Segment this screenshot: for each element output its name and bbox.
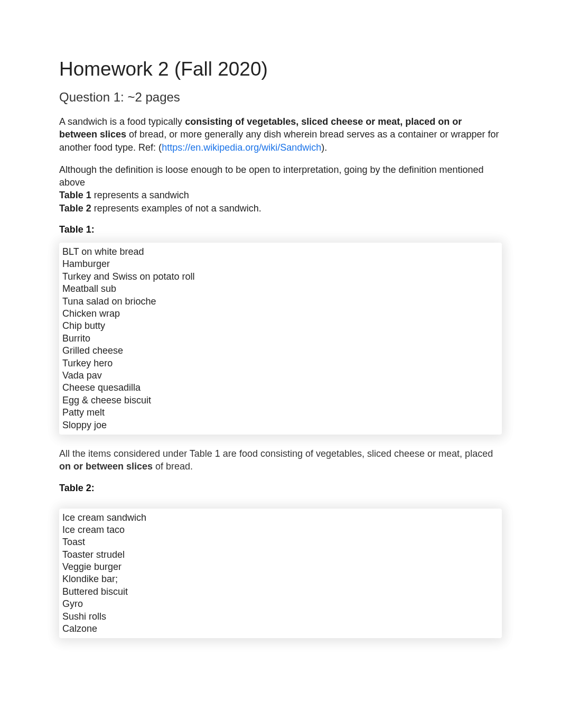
list-item: Calzone xyxy=(62,623,499,635)
list-item: Ice cream taco xyxy=(62,524,499,536)
table2-ref: Table 2 xyxy=(59,203,91,214)
intro-paragraph: A sandwich is a food typically consistin… xyxy=(59,115,502,154)
table2-box: Ice cream sandwichIce cream tacoToastToa… xyxy=(59,509,502,639)
page-title: Homework 2 (Fall 2020) xyxy=(59,58,502,80)
list-item: Cheese quesadilla xyxy=(62,382,499,394)
list-item: Gyro xyxy=(62,598,499,610)
list-item: Buttered biscuit xyxy=(62,586,499,598)
intro-lead: A sandwich is a food typically xyxy=(59,116,185,127)
table1-label: Table 1: xyxy=(59,224,502,235)
list-item: Chip butty xyxy=(62,320,499,332)
list-item: Sushi rolls xyxy=(62,611,499,623)
after-t1-bold: on or between slices xyxy=(59,461,153,472)
reference-link[interactable]: https://en.wikipedia.org/wiki/Sandwich xyxy=(162,142,321,153)
after-t1-lead: All the items considered under Table 1 a… xyxy=(59,448,237,459)
list-item: Egg & cheese biscuit xyxy=(62,394,499,407)
list-item: Klondike bar; xyxy=(62,573,499,585)
list-item: Chicken wrap xyxy=(62,308,499,320)
list-item: Grilled cheese xyxy=(62,345,499,357)
table2-ref-text: represents examples of not a sandwich. xyxy=(91,203,261,214)
after-table1-paragraph: All the items considered under Table 1 a… xyxy=(59,447,502,473)
list-item: Sloppy joe xyxy=(62,419,499,431)
intro-tail2: ). xyxy=(321,142,327,153)
list-item: Patty melt xyxy=(62,407,499,419)
list-item: Toaster strudel xyxy=(62,549,499,561)
list-item: Meatball sub xyxy=(62,283,499,295)
list-item: Turkey hero xyxy=(62,357,499,370)
table1-box: BLT on white breadHamburgerTurkey and Sw… xyxy=(59,243,502,435)
table1-ref-text: represents a sandwich xyxy=(91,190,189,200)
list-item: BLT on white bread xyxy=(62,246,499,258)
after-t1-mid: food consisting of vegetables, sliced ch… xyxy=(237,448,493,459)
list-item: Turkey and Swiss on potato roll xyxy=(62,271,499,283)
after-t1-tail: of bread. xyxy=(153,461,193,472)
list-item: Burrito xyxy=(62,333,499,345)
list-item: Hamburger xyxy=(62,258,499,270)
table1-ref: Table 1 xyxy=(59,190,91,200)
list-item: Veggie burger xyxy=(62,561,499,573)
def-line1: Although the definition is loose enough … xyxy=(59,164,484,188)
list-item: Vada pav xyxy=(62,370,499,382)
list-item: Tuna salad on brioche xyxy=(62,296,499,308)
list-item: Ice cream sandwich xyxy=(62,512,499,524)
question-subtitle: Question 1: ~2 pages xyxy=(59,90,502,105)
list-item: Toast xyxy=(62,536,499,548)
definition-paragraph: Although the definition is loose enough … xyxy=(59,163,502,215)
table2-label: Table 2: xyxy=(59,483,502,494)
